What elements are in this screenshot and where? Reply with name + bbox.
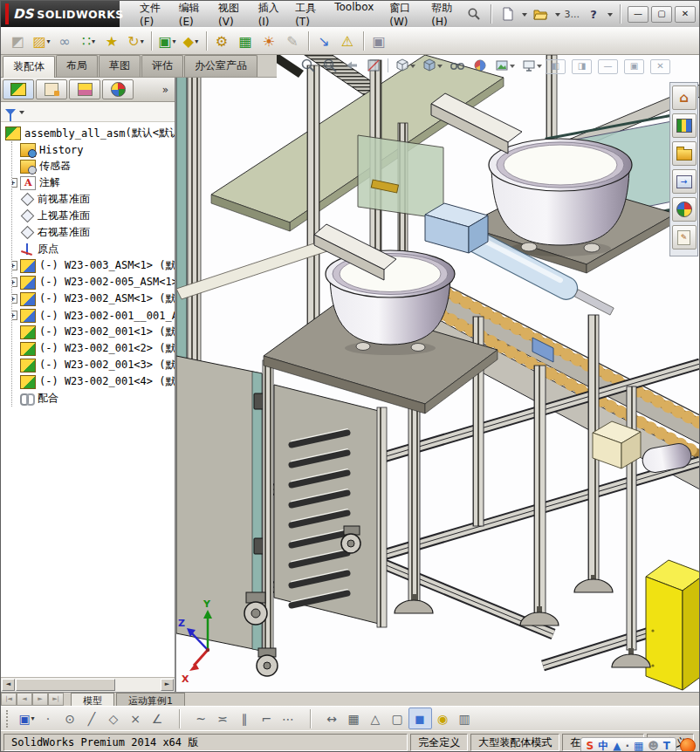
- insert-component-button[interactable]: ◩: [6, 30, 30, 52]
- angle-button[interactable]: ∠: [147, 708, 168, 728]
- scroll-left-icon[interactable]: ◄: [2, 679, 15, 691]
- tab-layout[interactable]: 布局: [56, 55, 98, 77]
- tree-item[interactable]: + (-) W23-003_ASM<1> (默认): [12, 257, 175, 274]
- explode-line-sketch-button[interactable]: ✎: [281, 30, 305, 52]
- maximize-button[interactable]: ▢: [651, 6, 672, 23]
- expander-icon[interactable]: +: [12, 294, 17, 304]
- first-tab-button[interactable]: |◄: [1, 693, 17, 706]
- dropdown-icon[interactable]: [522, 13, 527, 19]
- wireframe-button[interactable]: ▢: [387, 708, 408, 728]
- tree-item[interactable]: + (-) W23-002-001__001_ASM<: [12, 307, 175, 324]
- bom-button[interactable]: ▦: [234, 30, 257, 52]
- ime-logo-icon[interactable]: S: [587, 739, 594, 752]
- tree-item[interactable]: + (-) W23-002-005_ASM<1> (默: [12, 274, 175, 291]
- toolbar-grip[interactable]: [6, 710, 10, 728]
- tree-root-item[interactable]: assembly_all_asm (默认<默认_: [3, 125, 175, 141]
- spline-button[interactable]: ~: [190, 708, 212, 728]
- zoom-to-area-icon[interactable]: [322, 58, 338, 73]
- tree-item[interactable]: + 注解: [12, 174, 175, 191]
- dropdown-icon[interactable]: [607, 13, 613, 19]
- new-file-icon[interactable]: [498, 5, 518, 23]
- tree-item[interactable]: (-) W23-002_001<3> (默认): [12, 357, 175, 373]
- tree-horizontal-scrollbar[interactable]: ◄ ►: [1, 677, 175, 692]
- tree-item[interactable]: (-) W23-002_001<4> (默认): [12, 373, 175, 390]
- display-style-icon[interactable]: [422, 58, 443, 73]
- home-tab[interactable]: ⌂: [672, 85, 697, 110]
- expander-icon[interactable]: +: [12, 178, 17, 188]
- open-component-button[interactable]: ▨▾: [30, 30, 53, 52]
- expander-icon[interactable]: +: [12, 311, 17, 320]
- tray-notification-icon[interactable]: [680, 738, 696, 752]
- child-restore-button[interactable]: ▣: [624, 59, 644, 74]
- polygon-button[interactable]: ◇: [103, 708, 125, 728]
- toolbar-separator[interactable]: [360, 30, 367, 52]
- tree-item[interactable]: (-) W23-002_001<2> (默认): [12, 340, 175, 357]
- linear-pattern-button[interactable]: ∷▾: [77, 30, 100, 52]
- next-tab-button[interactable]: ►: [32, 693, 48, 706]
- toolbar-separator[interactable]: [168, 708, 190, 728]
- tree-item[interactable]: + (-) W23-002_ASM<1> (默认): [12, 291, 175, 307]
- view-settings-icon[interactable]: [521, 58, 542, 73]
- child-close-button[interactable]: ✕: [650, 59, 670, 74]
- tab-motion-study-1[interactable]: 运动算例1: [116, 693, 185, 706]
- ime-user-icon[interactable]: ☻: [648, 739, 659, 752]
- search-icon[interactable]: [464, 5, 484, 23]
- points-button[interactable]: ⋯: [278, 708, 299, 728]
- child-minimize-button[interactable]: —: [598, 59, 618, 74]
- help-icon[interactable]: ?: [584, 5, 603, 23]
- toolbar-separator[interactable]: [148, 30, 155, 52]
- dimxpertmanager-tab[interactable]: [102, 79, 134, 99]
- apply-scene-icon[interactable]: [494, 58, 515, 73]
- scroll-track[interactable]: [15, 679, 161, 691]
- viewport-canvas[interactable]: Y Z X ◧◨—▣✕: [175, 55, 700, 692]
- custom-properties-tab[interactable]: ✎: [672, 225, 697, 250]
- expander-icon[interactable]: +: [12, 277, 17, 287]
- tree-item[interactable]: 前视基准面: [12, 191, 175, 208]
- ime-mode-icon[interactable]: ▲: [613, 739, 621, 752]
- tree-item[interactable]: 原点: [12, 241, 175, 257]
- tab-office-products[interactable]: 办公室产品: [184, 55, 257, 77]
- line-button[interactable]: ╱: [81, 708, 103, 728]
- expander-icon[interactable]: +: [12, 261, 17, 270]
- shaded-view-button[interactable]: ◼: [408, 708, 432, 729]
- toolbar-separator[interactable]: [299, 708, 321, 728]
- appearances-button[interactable]: ▣: [367, 30, 391, 52]
- grid-button[interactable]: ▦: [343, 708, 365, 728]
- prev-tab-button[interactable]: ◄: [17, 693, 32, 706]
- last-tab-button[interactable]: ►|: [48, 693, 64, 706]
- propertymanager-tab[interactable]: [36, 79, 67, 99]
- tree-item[interactable]: 右视基准面: [12, 224, 175, 241]
- close-button[interactable]: ✕: [675, 6, 696, 23]
- section-view-icon[interactable]: [366, 58, 381, 73]
- design-library-tab[interactable]: [672, 113, 697, 138]
- corner-button[interactable]: ⌐: [256, 708, 278, 728]
- toolbar-separator[interactable]: [202, 30, 210, 52]
- sketch-point-button[interactable]: ·: [38, 708, 59, 728]
- save-button[interactable]: ▣▾: [16, 708, 38, 728]
- tab-model[interactable]: 模型: [71, 693, 114, 706]
- tree-item[interactable]: 传感器: [12, 158, 175, 174]
- tree-item[interactable]: 配合: [12, 390, 175, 407]
- toolbar-separator[interactable]: [305, 30, 312, 52]
- table-button[interactable]: ▥: [454, 708, 476, 728]
- view-orientation-icon[interactable]: [395, 58, 415, 73]
- smart-fasteners-button[interactable]: ★: [100, 30, 124, 52]
- quick-access-more[interactable]: 3...: [565, 9, 580, 20]
- assembly-features-button[interactable]: ▣▾: [155, 30, 179, 52]
- hide-show-items-icon[interactable]: [449, 58, 466, 73]
- dimension-button[interactable]: ↔: [321, 708, 343, 728]
- tab-evaluate[interactable]: 评估: [141, 55, 183, 77]
- motion-study-button[interactable]: ⚙: [210, 30, 234, 52]
- minimize-button[interactable]: —: [628, 6, 649, 23]
- instant3d-button[interactable]: ↘: [312, 30, 336, 52]
- tile-left-button[interactable]: ◧: [546, 59, 566, 74]
- input-method-toolbar[interactable]: S中▲·▦☻T: [580, 737, 677, 752]
- edit-appearance-icon[interactable]: [472, 58, 488, 73]
- appearances-tab[interactable]: [672, 197, 697, 222]
- measure-button[interactable]: ◉: [432, 708, 454, 728]
- ime-punct-icon[interactable]: ·: [625, 739, 629, 752]
- featuremanager-tab[interactable]: [3, 79, 34, 99]
- circle-button[interactable]: ⊙: [59, 708, 81, 728]
- tab-sketch[interactable]: 草图: [99, 55, 141, 77]
- ime-skin-icon[interactable]: T: [663, 739, 670, 752]
